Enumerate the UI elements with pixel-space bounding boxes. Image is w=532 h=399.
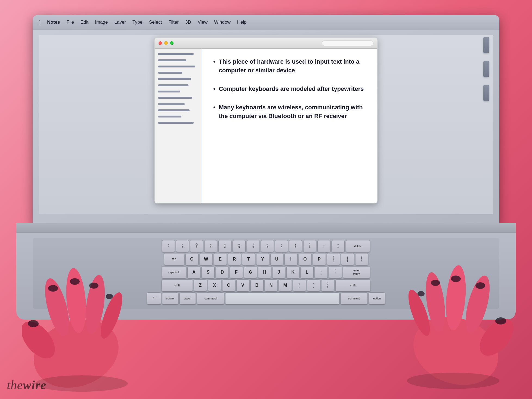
key-command-right[interactable]: command: [341, 292, 368, 304]
sidebar-line-6: [158, 84, 188, 86]
key-6[interactable]: ^6: [247, 240, 260, 252]
scrollbar-right[interactable]: [482, 35, 491, 214]
bullet-text-1: This piece of hardware is used to input …: [219, 57, 366, 75]
key-m[interactable]: M: [279, 279, 292, 291]
key-b[interactable]: B: [250, 279, 264, 291]
sidebar-line-11: [158, 116, 181, 117]
close-button[interactable]: [159, 41, 162, 45]
menu-item-notes[interactable]: Notes: [47, 20, 60, 25]
key-fn[interactable]: fn: [147, 292, 161, 304]
window-body: • This piece of hardware is used to inpu…: [155, 49, 377, 203]
menu-item-type[interactable]: Type: [132, 20, 143, 25]
key-period[interactable]: >.: [307, 279, 320, 291]
note-content[interactable]: • This piece of hardware is used to inpu…: [202, 49, 377, 203]
laptop-screen-bezel:  Notes File Edit Image Layer Type Selec…: [33, 15, 499, 224]
bullet-dot-2: •: [213, 85, 215, 93]
menu-item-view[interactable]: View: [198, 20, 208, 25]
key-semicolon[interactable]: :;: [315, 266, 328, 278]
key-p[interactable]: P: [313, 253, 326, 265]
key-capslock[interactable]: caps lock: [162, 266, 186, 278]
maximize-button[interactable]: [170, 41, 174, 45]
key-f[interactable]: F: [230, 266, 243, 278]
key-bracket-close[interactable]: }]: [341, 253, 354, 265]
menu-item-image[interactable]: Image: [95, 20, 108, 25]
keyboard-bg: ~` !1 @2 #3 $4 %5 ^6 &7 *8 (9 )0 _- += d…: [33, 238, 499, 309]
menu-bar:  Notes File Edit Image Layer Type Selec…: [33, 15, 499, 30]
key-5[interactable]: %5: [233, 240, 246, 252]
key-i[interactable]: I: [284, 253, 298, 265]
key-t[interactable]: T: [242, 253, 255, 265]
key-1[interactable]: !1: [176, 240, 189, 252]
menu-item-select[interactable]: Select: [149, 20, 162, 25]
key-v[interactable]: V: [236, 279, 249, 291]
key-8[interactable]: *8: [275, 240, 288, 252]
key-h[interactable]: H: [258, 266, 271, 278]
scroll-handle-middle[interactable]: [483, 61, 489, 77]
key-g[interactable]: G: [244, 266, 257, 278]
key-enter[interactable]: enterreturn: [343, 266, 370, 278]
menu-item-layer[interactable]: Layer: [115, 20, 126, 25]
key-y[interactable]: Y: [256, 253, 269, 265]
menu-item-help[interactable]: Help: [237, 20, 247, 25]
key-j[interactable]: J: [272, 266, 285, 278]
key-slash[interactable]: ?/: [321, 279, 334, 291]
key-minus[interactable]: _-: [317, 240, 330, 252]
key-u[interactable]: U: [270, 253, 283, 265]
key-command-left[interactable]: command: [197, 292, 224, 304]
sidebar-line-2: [158, 59, 186, 61]
key-s[interactable]: S: [202, 266, 215, 278]
key-2[interactable]: @2: [190, 240, 203, 252]
key-control[interactable]: control: [162, 292, 178, 304]
key-comma[interactable]: <,: [293, 279, 306, 291]
sidebar-line-4: [158, 72, 182, 74]
bullet-text-3: Many keyboards are wireless, communicati…: [219, 103, 366, 120]
menu-item-window[interactable]: Window: [214, 20, 230, 25]
key-a[interactable]: A: [187, 266, 200, 278]
key-x[interactable]: X: [208, 279, 221, 291]
key-option-left[interactable]: option: [180, 292, 196, 304]
sidebar-line-1: [158, 53, 194, 55]
key-row-1: ~` !1 @2 #3 $4 %5 ^6 &7 *8 (9 )0 _- += d…: [35, 240, 497, 252]
key-q[interactable]: Q: [185, 253, 199, 265]
key-7[interactable]: &7: [261, 240, 274, 252]
menu-item-3d[interactable]: 3D: [185, 20, 191, 25]
key-o[interactable]: O: [299, 253, 312, 265]
menu-item-filter[interactable]: Filter: [168, 20, 179, 25]
scroll-handle-bottom[interactable]: [483, 85, 489, 101]
key-4[interactable]: $4: [218, 240, 231, 252]
key-w[interactable]: W: [200, 253, 213, 265]
menu-item-edit[interactable]: Edit: [81, 20, 88, 25]
key-delete[interactable]: delete: [346, 240, 370, 252]
key-l[interactable]: L: [301, 266, 314, 278]
key-0[interactable]: )0: [303, 240, 316, 252]
key-quote[interactable]: "': [329, 266, 342, 278]
key-shift-right[interactable]: shift: [335, 279, 371, 291]
window-search-bar[interactable]: [322, 41, 373, 46]
key-z[interactable]: Z: [194, 279, 207, 291]
apple-menu[interactable]: : [39, 19, 41, 26]
menu-item-file[interactable]: File: [67, 20, 74, 25]
key-tilde[interactable]: ~`: [162, 240, 175, 252]
key-row-3: caps lock A S D F G H J K L :; "' enterr…: [35, 266, 497, 278]
key-n[interactable]: N: [265, 279, 278, 291]
key-option-right[interactable]: option: [369, 292, 385, 304]
key-equals[interactable]: +=: [332, 240, 345, 252]
scroll-handle-top[interactable]: [483, 37, 489, 53]
key-tab[interactable]: tab: [164, 253, 184, 265]
key-row-2: tab Q W E R T Y U I O P {[ }] |\: [35, 253, 497, 265]
key-shift-left[interactable]: shift: [162, 279, 193, 291]
bullet-item-3: • Many keyboards are wireless, communica…: [213, 103, 366, 120]
key-r[interactable]: R: [228, 253, 241, 265]
key-c[interactable]: C: [222, 279, 235, 291]
key-e[interactable]: E: [214, 253, 227, 265]
key-bracket-open[interactable]: {[: [327, 253, 340, 265]
minimize-button[interactable]: [164, 41, 168, 45]
key-3[interactable]: #3: [204, 240, 217, 252]
key-backslash[interactable]: |\: [355, 253, 368, 265]
key-d[interactable]: D: [216, 266, 229, 278]
key-spacebar[interactable]: [225, 292, 339, 304]
traffic-lights: [159, 41, 174, 45]
bullet-item-1: • This piece of hardware is used to inpu…: [213, 57, 366, 75]
key-k[interactable]: K: [286, 266, 299, 278]
key-9[interactable]: (9: [289, 240, 302, 252]
